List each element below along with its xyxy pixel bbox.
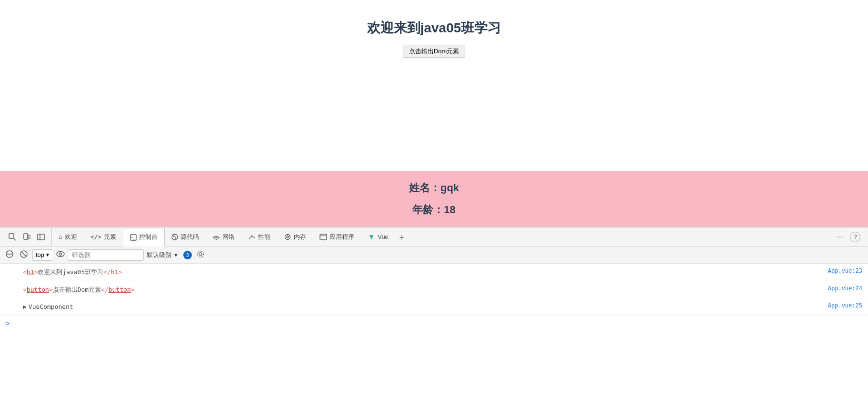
svg-point-26 bbox=[197, 251, 203, 257]
svg-line-1 bbox=[14, 238, 16, 240]
console-row-3-content: ▶ VueComponent bbox=[23, 302, 828, 312]
top-selector[interactable]: top ▼ bbox=[32, 249, 53, 261]
console-toolbar: top ▼ 默认级别 ▼ 3 bbox=[0, 246, 868, 264]
device-toggle-icon[interactable] bbox=[20, 230, 33, 244]
age-info: 年龄：18 bbox=[412, 203, 455, 217]
console-row: ▶ VueComponent App.vue:25 bbox=[0, 298, 868, 316]
console-prohibit-button[interactable] bbox=[18, 249, 30, 260]
more-options-button[interactable]: ··· bbox=[834, 232, 846, 242]
message-count-badge[interactable]: 3 bbox=[181, 250, 194, 260]
dom-output-button[interactable]: 点击输出Dom元素 bbox=[403, 45, 465, 58]
info-section: 姓名：gqk 年龄：18 bbox=[0, 171, 868, 227]
level-selector[interactable]: 默认级别 ▼ bbox=[147, 251, 179, 259]
svg-point-12 bbox=[216, 239, 217, 240]
preview-area: 欢迎来到java05班学习 点击输出Dom元素 bbox=[0, 0, 868, 171]
devtools-tab-bar: ⌂ 欢迎 </> 元素 >_ 控制台 bbox=[0, 227, 868, 246]
sidebar-toggle-icon[interactable] bbox=[34, 230, 48, 244]
tab-performance[interactable]: 性能 bbox=[241, 227, 277, 246]
svg-rect-17 bbox=[320, 234, 327, 240]
tab-welcome[interactable]: ⌂ 欢迎 bbox=[52, 227, 84, 246]
svg-text:>_: >_ bbox=[131, 236, 136, 240]
top-selector-arrow: ▼ bbox=[45, 252, 50, 257]
svg-point-23 bbox=[57, 252, 64, 257]
console-row-1-content: <h1>欢迎来到java05班学习</h1> bbox=[23, 267, 828, 277]
console-clear-button[interactable] bbox=[4, 249, 15, 260]
tab-console[interactable]: >_ 控制台 bbox=[123, 228, 165, 246]
inspect-element-icon[interactable] bbox=[6, 230, 19, 244]
svg-rect-3 bbox=[28, 235, 30, 239]
svg-point-25 bbox=[199, 253, 202, 256]
devtools-tab-list: ⌂ 欢迎 </> 元素 >_ 控制台 bbox=[52, 227, 834, 246]
filter-input[interactable] bbox=[68, 249, 144, 261]
page-title: 欢迎来到java05班学习 bbox=[367, 19, 501, 37]
help-button[interactable]: ? bbox=[850, 232, 860, 242]
svg-rect-0 bbox=[9, 234, 14, 238]
svg-rect-2 bbox=[24, 234, 28, 239]
svg-rect-4 bbox=[38, 234, 44, 240]
svg-point-14 bbox=[287, 236, 289, 238]
tab-network[interactable]: 网络 bbox=[206, 227, 241, 246]
tab-elements[interactable]: </> 元素 bbox=[84, 227, 123, 246]
tab-application[interactable]: 应用程序 bbox=[313, 227, 361, 246]
tab-memory[interactable]: 内存 bbox=[277, 227, 313, 246]
console-settings-button[interactable] bbox=[197, 250, 204, 259]
level-selector-arrow: ▼ bbox=[173, 252, 179, 258]
console-prompt-icon[interactable]: > bbox=[6, 320, 10, 327]
console-row-1-link[interactable]: App.vue:23 bbox=[828, 267, 862, 274]
console-output: <h1>欢迎来到java05班学习</h1> App.vue:23 <butto… bbox=[0, 264, 868, 394]
console-row-2-content: <button>点击输出Dom元素</button> bbox=[23, 285, 828, 295]
tab-sources[interactable]: 源代码 bbox=[165, 227, 206, 246]
expand-arrow[interactable]: ▶ bbox=[23, 302, 27, 312]
console-row: <button>点击输出Dom元素</button> App.vue:24 bbox=[0, 281, 868, 299]
devtools-tool-icons bbox=[2, 227, 52, 246]
name-info: 姓名：gqk bbox=[409, 181, 459, 195]
tab-vue[interactable]: ▼ Vue bbox=[361, 227, 395, 246]
add-tab-button[interactable]: ＋ bbox=[395, 230, 409, 244]
svg-line-16 bbox=[289, 236, 290, 236]
console-row: <h1>欢迎来到java05班学习</h1> App.vue:23 bbox=[0, 264, 868, 281]
devtools-extra-buttons: ··· ? bbox=[834, 232, 866, 242]
svg-line-11 bbox=[174, 236, 176, 238]
console-row-2-link[interactable]: App.vue:24 bbox=[828, 285, 862, 292]
eye-toggle-button[interactable] bbox=[56, 251, 65, 259]
svg-point-24 bbox=[59, 253, 61, 256]
console-prompt-row: > bbox=[0, 316, 868, 331]
console-row-3-link[interactable]: App.vue:25 bbox=[828, 302, 862, 309]
svg-line-22 bbox=[22, 252, 26, 256]
devtools-panel: ⌂ 欢迎 </> 元素 >_ 控制台 bbox=[0, 227, 868, 394]
